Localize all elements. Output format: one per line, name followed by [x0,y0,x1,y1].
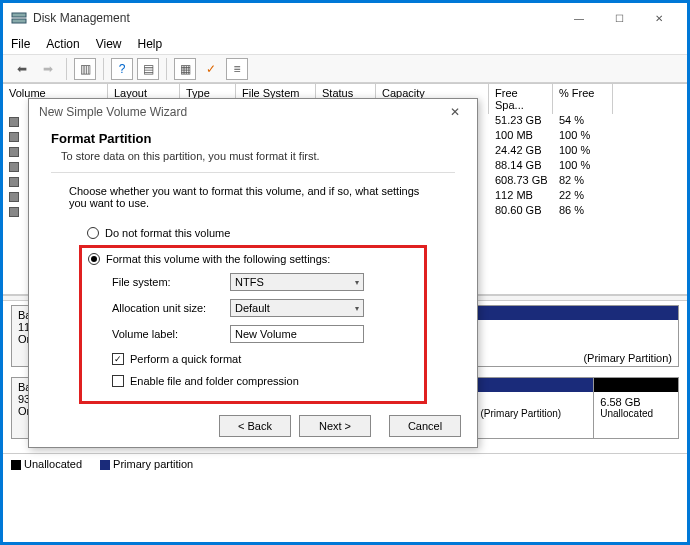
chevron-down-icon: ▾ [355,304,359,313]
check-icon[interactable]: ✓ [200,58,222,80]
allocation-label: Allocation unit size: [112,302,230,314]
app-icon [11,10,27,26]
menu-action[interactable]: Action [46,37,79,51]
help-icon[interactable]: ? [111,58,133,80]
menu-file[interactable]: File [11,37,30,51]
drive-icon [9,132,19,142]
dialog-heading: Format Partition [51,131,455,146]
legend: Unallocated Primary partition [3,453,687,474]
show-hide-icon[interactable]: ▥ [74,58,96,80]
back-icon[interactable]: ⬅ [11,58,33,80]
allocation-select[interactable]: Default▾ [230,299,364,317]
compression-label: Enable file and folder compression [130,375,299,387]
minimize-button[interactable]: — [559,4,599,32]
dialog-title: New Simple Volume Wizard [39,105,187,119]
quick-format-label: Perform a quick format [130,353,241,365]
radio-no-format-label: Do not format this volume [105,227,230,239]
radio-no-format[interactable] [87,227,99,239]
filesystem-select[interactable]: NTFS▾ [230,273,364,291]
toolbar: ⬅ ➡ ▥ ? ▤ ▦ ✓ ≡ [3,55,687,83]
titlebar: Disk Management — ☐ ✕ [3,3,687,33]
filesystem-label: File system: [112,276,230,288]
drive-icon [9,177,19,187]
drive-icon [9,162,19,172]
back-button[interactable]: < Back [219,415,291,437]
col-pctfree[interactable]: % Free [553,84,613,114]
wizard-dialog: New Simple Volume Wizard ✕ Format Partit… [28,98,478,448]
volume-label-label: Volume label: [112,328,230,340]
drive-icon [9,147,19,157]
list-icon[interactable]: ≡ [226,58,248,80]
forward-icon[interactable]: ➡ [37,58,59,80]
close-button[interactable]: ✕ [639,4,679,32]
bottom-panel-icon[interactable]: ▤ [137,58,159,80]
radio-format-label: Format this volume with the following se… [106,253,330,265]
menu-view[interactable]: View [96,37,122,51]
svg-rect-0 [12,13,26,17]
drive-icon [9,207,19,217]
radio-format[interactable] [88,253,100,265]
settings-icon[interactable]: ▦ [174,58,196,80]
menubar: File Action View Help [3,33,687,55]
quick-format-checkbox[interactable]: ✓ [112,353,124,365]
volume-label-input[interactable] [230,325,364,343]
legend-swatch-primary [100,460,110,470]
svg-rect-1 [12,19,26,23]
dialog-close-icon[interactable]: ✕ [443,102,467,122]
window-title: Disk Management [33,11,559,25]
dialog-instruction: Choose whether you want to format this v… [69,185,437,209]
drive-icon [9,192,19,202]
cancel-button[interactable]: Cancel [389,415,461,437]
dialog-subhead: To store data on this partition, you mus… [61,150,455,162]
legend-swatch-unallocated [11,460,21,470]
next-button[interactable]: Next > [299,415,371,437]
partition[interactable]: 6.58 GBUnallocated [593,378,678,438]
highlight-box: Format this volume with the following se… [79,245,427,404]
menu-help[interactable]: Help [138,37,163,51]
col-spacer [613,84,687,114]
compression-checkbox[interactable] [112,375,124,387]
col-free[interactable]: Free Spa... [489,84,553,114]
chevron-down-icon: ▾ [355,278,359,287]
drive-icon [9,117,19,127]
maximize-button[interactable]: ☐ [599,4,639,32]
